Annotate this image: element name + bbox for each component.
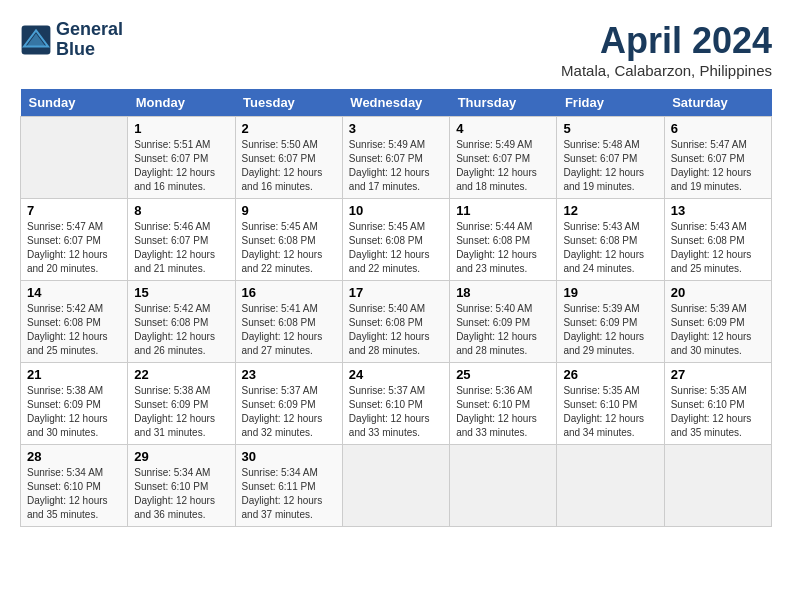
day-number: 9 xyxy=(242,203,336,218)
title-area: April 2024 Matala, Calabarzon, Philippin… xyxy=(561,20,772,79)
day-info: Sunrise: 5:50 AM Sunset: 6:07 PM Dayligh… xyxy=(242,138,336,194)
day-info: Sunrise: 5:36 AM Sunset: 6:10 PM Dayligh… xyxy=(456,384,550,440)
day-number: 12 xyxy=(563,203,657,218)
day-info: Sunrise: 5:34 AM Sunset: 6:10 PM Dayligh… xyxy=(27,466,121,522)
col-tuesday: Tuesday xyxy=(235,89,342,117)
day-number: 27 xyxy=(671,367,765,382)
calendar-cell: 9Sunrise: 5:45 AM Sunset: 6:08 PM Daylig… xyxy=(235,199,342,281)
day-info: Sunrise: 5:40 AM Sunset: 6:09 PM Dayligh… xyxy=(456,302,550,358)
calendar-cell xyxy=(664,445,771,527)
calendar-cell: 11Sunrise: 5:44 AM Sunset: 6:08 PM Dayli… xyxy=(450,199,557,281)
day-number: 29 xyxy=(134,449,228,464)
calendar-cell xyxy=(450,445,557,527)
day-info: Sunrise: 5:45 AM Sunset: 6:08 PM Dayligh… xyxy=(242,220,336,276)
calendar-cell: 5Sunrise: 5:48 AM Sunset: 6:07 PM Daylig… xyxy=(557,117,664,199)
day-info: Sunrise: 5:39 AM Sunset: 6:09 PM Dayligh… xyxy=(671,302,765,358)
day-number: 4 xyxy=(456,121,550,136)
calendar-cell: 28Sunrise: 5:34 AM Sunset: 6:10 PM Dayli… xyxy=(21,445,128,527)
day-info: Sunrise: 5:46 AM Sunset: 6:07 PM Dayligh… xyxy=(134,220,228,276)
day-info: Sunrise: 5:49 AM Sunset: 6:07 PM Dayligh… xyxy=(349,138,443,194)
day-info: Sunrise: 5:38 AM Sunset: 6:09 PM Dayligh… xyxy=(134,384,228,440)
calendar-cell: 29Sunrise: 5:34 AM Sunset: 6:10 PM Dayli… xyxy=(128,445,235,527)
calendar-cell xyxy=(342,445,449,527)
day-number: 20 xyxy=(671,285,765,300)
calendar-header-row: Sunday Monday Tuesday Wednesday Thursday… xyxy=(21,89,772,117)
day-number: 24 xyxy=(349,367,443,382)
page-header: General Blue April 2024 Matala, Calabarz… xyxy=(20,20,772,79)
day-number: 30 xyxy=(242,449,336,464)
calendar-cell: 14Sunrise: 5:42 AM Sunset: 6:08 PM Dayli… xyxy=(21,281,128,363)
day-number: 8 xyxy=(134,203,228,218)
day-number: 1 xyxy=(134,121,228,136)
col-thursday: Thursday xyxy=(450,89,557,117)
calendar-cell: 6Sunrise: 5:47 AM Sunset: 6:07 PM Daylig… xyxy=(664,117,771,199)
col-saturday: Saturday xyxy=(664,89,771,117)
calendar-cell: 10Sunrise: 5:45 AM Sunset: 6:08 PM Dayli… xyxy=(342,199,449,281)
day-number: 3 xyxy=(349,121,443,136)
calendar-cell: 25Sunrise: 5:36 AM Sunset: 6:10 PM Dayli… xyxy=(450,363,557,445)
day-number: 16 xyxy=(242,285,336,300)
day-info: Sunrise: 5:35 AM Sunset: 6:10 PM Dayligh… xyxy=(671,384,765,440)
calendar-cell: 2Sunrise: 5:50 AM Sunset: 6:07 PM Daylig… xyxy=(235,117,342,199)
day-info: Sunrise: 5:47 AM Sunset: 6:07 PM Dayligh… xyxy=(27,220,121,276)
day-info: Sunrise: 5:38 AM Sunset: 6:09 PM Dayligh… xyxy=(27,384,121,440)
day-number: 22 xyxy=(134,367,228,382)
calendar-cell: 15Sunrise: 5:42 AM Sunset: 6:08 PM Dayli… xyxy=(128,281,235,363)
day-info: Sunrise: 5:43 AM Sunset: 6:08 PM Dayligh… xyxy=(671,220,765,276)
day-info: Sunrise: 5:41 AM Sunset: 6:08 PM Dayligh… xyxy=(242,302,336,358)
day-number: 21 xyxy=(27,367,121,382)
col-friday: Friday xyxy=(557,89,664,117)
day-number: 10 xyxy=(349,203,443,218)
day-number: 5 xyxy=(563,121,657,136)
day-info: Sunrise: 5:49 AM Sunset: 6:07 PM Dayligh… xyxy=(456,138,550,194)
logo-text: General Blue xyxy=(56,20,123,60)
day-number: 19 xyxy=(563,285,657,300)
day-number: 18 xyxy=(456,285,550,300)
calendar-cell xyxy=(21,117,128,199)
day-info: Sunrise: 5:47 AM Sunset: 6:07 PM Dayligh… xyxy=(671,138,765,194)
day-info: Sunrise: 5:42 AM Sunset: 6:08 PM Dayligh… xyxy=(134,302,228,358)
calendar-cell: 16Sunrise: 5:41 AM Sunset: 6:08 PM Dayli… xyxy=(235,281,342,363)
col-monday: Monday xyxy=(128,89,235,117)
calendar-week-row: 14Sunrise: 5:42 AM Sunset: 6:08 PM Dayli… xyxy=(21,281,772,363)
logo-icon xyxy=(20,24,52,56)
day-number: 6 xyxy=(671,121,765,136)
month-title: April 2024 xyxy=(561,20,772,62)
calendar-cell xyxy=(557,445,664,527)
logo: General Blue xyxy=(20,20,123,60)
calendar-week-row: 7Sunrise: 5:47 AM Sunset: 6:07 PM Daylig… xyxy=(21,199,772,281)
day-number: 2 xyxy=(242,121,336,136)
day-info: Sunrise: 5:37 AM Sunset: 6:09 PM Dayligh… xyxy=(242,384,336,440)
day-info: Sunrise: 5:42 AM Sunset: 6:08 PM Dayligh… xyxy=(27,302,121,358)
calendar-cell: 12Sunrise: 5:43 AM Sunset: 6:08 PM Dayli… xyxy=(557,199,664,281)
col-sunday: Sunday xyxy=(21,89,128,117)
day-info: Sunrise: 5:48 AM Sunset: 6:07 PM Dayligh… xyxy=(563,138,657,194)
calendar-cell: 8Sunrise: 5:46 AM Sunset: 6:07 PM Daylig… xyxy=(128,199,235,281)
day-info: Sunrise: 5:34 AM Sunset: 6:10 PM Dayligh… xyxy=(134,466,228,522)
calendar-cell: 18Sunrise: 5:40 AM Sunset: 6:09 PM Dayli… xyxy=(450,281,557,363)
calendar-cell: 27Sunrise: 5:35 AM Sunset: 6:10 PM Dayli… xyxy=(664,363,771,445)
calendar-cell: 22Sunrise: 5:38 AM Sunset: 6:09 PM Dayli… xyxy=(128,363,235,445)
day-info: Sunrise: 5:44 AM Sunset: 6:08 PM Dayligh… xyxy=(456,220,550,276)
calendar-table: Sunday Monday Tuesday Wednesday Thursday… xyxy=(20,89,772,527)
calendar-cell: 30Sunrise: 5:34 AM Sunset: 6:11 PM Dayli… xyxy=(235,445,342,527)
calendar-cell: 17Sunrise: 5:40 AM Sunset: 6:08 PM Dayli… xyxy=(342,281,449,363)
day-info: Sunrise: 5:37 AM Sunset: 6:10 PM Dayligh… xyxy=(349,384,443,440)
col-wednesday: Wednesday xyxy=(342,89,449,117)
location-title: Matala, Calabarzon, Philippines xyxy=(561,62,772,79)
calendar-cell: 24Sunrise: 5:37 AM Sunset: 6:10 PM Dayli… xyxy=(342,363,449,445)
calendar-cell: 20Sunrise: 5:39 AM Sunset: 6:09 PM Dayli… xyxy=(664,281,771,363)
calendar-cell: 23Sunrise: 5:37 AM Sunset: 6:09 PM Dayli… xyxy=(235,363,342,445)
day-info: Sunrise: 5:43 AM Sunset: 6:08 PM Dayligh… xyxy=(563,220,657,276)
calendar-cell: 4Sunrise: 5:49 AM Sunset: 6:07 PM Daylig… xyxy=(450,117,557,199)
calendar-cell: 26Sunrise: 5:35 AM Sunset: 6:10 PM Dayli… xyxy=(557,363,664,445)
calendar-week-row: 28Sunrise: 5:34 AM Sunset: 6:10 PM Dayli… xyxy=(21,445,772,527)
calendar-cell: 13Sunrise: 5:43 AM Sunset: 6:08 PM Dayli… xyxy=(664,199,771,281)
calendar-cell: 7Sunrise: 5:47 AM Sunset: 6:07 PM Daylig… xyxy=(21,199,128,281)
day-info: Sunrise: 5:51 AM Sunset: 6:07 PM Dayligh… xyxy=(134,138,228,194)
day-number: 15 xyxy=(134,285,228,300)
day-number: 28 xyxy=(27,449,121,464)
day-info: Sunrise: 5:45 AM Sunset: 6:08 PM Dayligh… xyxy=(349,220,443,276)
calendar-week-row: 21Sunrise: 5:38 AM Sunset: 6:09 PM Dayli… xyxy=(21,363,772,445)
day-number: 14 xyxy=(27,285,121,300)
